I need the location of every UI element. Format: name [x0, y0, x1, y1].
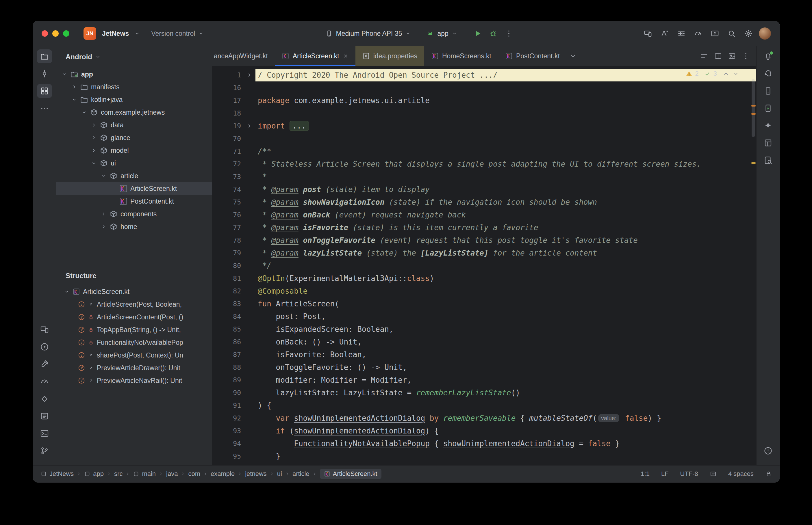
- vcs-widget[interactable]: Version control: [149, 30, 206, 38]
- chevron-right-icon[interactable]: [246, 72, 253, 78]
- code-line-73[interactable]: *: [255, 170, 756, 183]
- chevron-right-icon[interactable]: [101, 224, 107, 229]
- code-line-84[interactable]: post: Post,: [255, 310, 756, 323]
- tool-window-button-more-horizontal[interactable]: [37, 101, 52, 115]
- tree-item-components[interactable]: components: [56, 208, 212, 220]
- tool-window-button-build[interactable]: [37, 357, 52, 371]
- zoom-button[interactable]: [63, 30, 69, 37]
- project-view-selector[interactable]: Android: [56, 46, 212, 68]
- structure-item-articlescreen-post-boolean[interactable]: fArticleScreen(Post, Boolean,: [56, 298, 212, 311]
- structure-root[interactable]: ArticleScreen.kt: [56, 285, 212, 298]
- breadcrumb-example[interactable]: example: [211, 470, 235, 478]
- code-line-90[interactable]: lazyListState: LazyListState = rememberL…: [255, 386, 756, 399]
- tree-item-model[interactable]: model: [56, 144, 212, 157]
- indent-size[interactable]: 4 spaces: [728, 470, 754, 478]
- line-separator[interactable]: LF: [661, 470, 669, 478]
- editor-tab-homescreens-kt[interactable]: HomeScreens.kt: [424, 46, 498, 66]
- structure-item-previewarticledrawer-unit[interactable]: fPreviewArticleDrawer(): Unit: [56, 362, 212, 374]
- chevron-down-icon[interactable]: [71, 97, 77, 103]
- breadcrumb-jetnews[interactable]: jetnews: [245, 470, 267, 478]
- tool-window-button-logcat[interactable]: [37, 409, 52, 423]
- breadcrumb-src[interactable]: src: [114, 470, 122, 478]
- code-line-19[interactable]: import ...: [255, 120, 756, 132]
- profiler-button[interactable]: [692, 27, 705, 40]
- readonly-toggle[interactable]: [765, 470, 772, 477]
- code-line-95[interactable]: }: [255, 450, 756, 463]
- code-line-1[interactable]: / Copyright 2020 The Android Open Source…: [255, 69, 756, 81]
- project-selector[interactable]: JetNews: [100, 30, 142, 38]
- tool-window-button-profiler-tool[interactable]: [37, 375, 52, 388]
- code-line-87[interactable]: isFavorite: Boolean,: [255, 348, 756, 361]
- share-screen-button[interactable]: [709, 27, 721, 40]
- tool-window-button-structure[interactable]: [37, 84, 52, 98]
- tool-window-button-gradle[interactable]: [761, 67, 776, 80]
- indent-indicator[interactable]: [710, 470, 717, 477]
- chevron-right-icon[interactable]: [91, 135, 97, 141]
- chevron-right-icon[interactable]: [101, 211, 107, 217]
- code-line-88[interactable]: onToggleFavorite: () -> Unit,: [255, 361, 756, 374]
- structure-item-functionalitynotavailablepop[interactable]: fFunctionalityNotAvailablePop: [56, 336, 212, 349]
- tool-window-button-version-control[interactable]: [37, 444, 52, 458]
- code-line-76[interactable]: * @param onBack (event) request navigate…: [255, 209, 756, 221]
- code-line-77[interactable]: * @param isFavorite (state) is this item…: [255, 221, 756, 234]
- code-area[interactable]: / Copyright 2020 The Android Open Source…: [255, 66, 756, 465]
- chevron-down-icon[interactable]: [732, 70, 739, 77]
- scrollbar-thumb[interactable]: [752, 79, 755, 137]
- code-line-85[interactable]: isExpandedScreen: Boolean,: [255, 323, 756, 335]
- chevron-right-icon[interactable]: [246, 123, 253, 129]
- breadcrumb-java[interactable]: java: [166, 470, 178, 478]
- minimize-button[interactable]: [52, 30, 59, 37]
- device-selector[interactable]: Medium Phone API 35: [324, 30, 413, 38]
- caret-position[interactable]: 1:1: [641, 470, 650, 478]
- editor-tab-anceappwidget-kt[interactable]: anceAppWidget.kt: [212, 46, 275, 66]
- tree-item-data[interactable]: data: [56, 119, 212, 131]
- device-streaming-button[interactable]: [641, 27, 654, 40]
- chevron-down-icon[interactable]: [91, 160, 97, 166]
- code-line-89[interactable]: modifier: Modifier = Modifier,: [255, 374, 756, 386]
- tool-window-button-terminal[interactable]: [37, 426, 52, 440]
- code-line-79[interactable]: * @param lazyListState (state) the [Lazy…: [255, 246, 756, 259]
- view-options-button[interactable]: [675, 27, 688, 40]
- chevron-right-icon[interactable]: [71, 84, 77, 90]
- tool-window-button-commit[interactable]: [37, 67, 52, 80]
- tool-window-button-quality-insights[interactable]: [761, 153, 776, 167]
- chevron-down-icon[interactable]: [101, 173, 107, 179]
- close-tab-icon[interactable]: [343, 53, 349, 59]
- structure-item-sharepost-post-context-un[interactable]: fsharePost(Post, Context): Un: [56, 349, 212, 362]
- editor-scrollbar[interactable]: [750, 66, 756, 465]
- run-config-selector[interactable]: app: [425, 30, 459, 38]
- editor-tab-articlescreen-kt[interactable]: ArticleScreen.kt: [275, 46, 355, 66]
- code-line-75[interactable]: * @param showNavigationIcon (state) if t…: [255, 196, 756, 209]
- structure-item-topappbar-string-unit[interactable]: fTopAppBar(String, () -> Unit,: [56, 324, 212, 336]
- tree-item-postcontent-kt[interactable]: PostContent.kt: [56, 195, 212, 208]
- tool-window-button-device-manager[interactable]: [761, 84, 776, 98]
- code-line-91[interactable]: ) {: [255, 399, 756, 412]
- tool-window-button-gemini[interactable]: [761, 119, 776, 133]
- code-line-83[interactable]: fun ArticleScreen(: [255, 297, 756, 310]
- tool-window-button-problems[interactable]: [761, 444, 776, 458]
- chevron-down-icon[interactable]: [81, 109, 87, 115]
- breadcrumb-com[interactable]: com: [188, 470, 200, 478]
- structure-item-previewarticlenavrail-unit[interactable]: fPreviewArticleNavRail(): Unit: [56, 374, 212, 387]
- code-line-78[interactable]: * @param onToggleFavorite (event) reques…: [255, 234, 756, 246]
- close-button[interactable]: [42, 30, 48, 37]
- code-line-16[interactable]: [255, 81, 756, 94]
- preview-layout-button[interactable]: [726, 50, 738, 62]
- tree-item-home[interactable]: home: [56, 220, 212, 233]
- breadcrumb-ui[interactable]: ui: [277, 470, 282, 478]
- code-line-18[interactable]: [255, 107, 756, 120]
- search-everywhere-button[interactable]: [725, 27, 738, 40]
- chevron-right-icon[interactable]: [91, 122, 97, 128]
- file-encoding[interactable]: UTF-8: [680, 470, 698, 478]
- code-line-70[interactable]: [255, 132, 756, 145]
- code-line-94[interactable]: FunctionalityNotAvailablePopup { showUni…: [255, 437, 756, 450]
- tool-window-button-project[interactable]: [37, 49, 52, 63]
- code-line-92[interactable]: var showUnimplementedActionDialog by rem…: [255, 412, 756, 424]
- tool-window-button-device-mirror[interactable]: [761, 101, 776, 115]
- editor-tab-postcontent-kt[interactable]: PostContent.kt: [498, 46, 567, 66]
- chevron-down-icon[interactable]: [61, 71, 67, 77]
- breadcrumb-articlescreen-kt[interactable]: ArticleScreen.kt: [320, 469, 381, 479]
- tree-item-com-example-jetnews[interactable]: com.example.jetnews: [56, 106, 212, 119]
- tool-window-button-layout-inspector[interactable]: [761, 136, 776, 150]
- inspections-widget[interactable]: 2 3: [685, 70, 740, 77]
